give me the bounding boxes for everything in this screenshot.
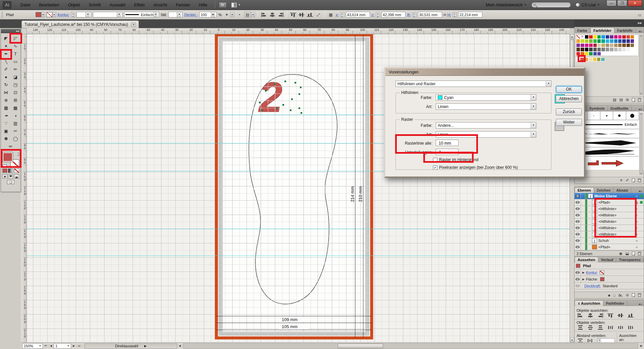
layer-name[interactable]: Schuh — [598, 239, 634, 243]
scroll-right-icon[interactable]: ▶ — [639, 343, 644, 349]
align-bottom-button[interactable] — [307, 12, 313, 18]
target-circle[interactable]: ○ — [634, 233, 639, 236]
swatch[interactable] — [580, 47, 584, 51]
swatch[interactable] — [614, 39, 618, 43]
y-label[interactable]: y: — [372, 13, 375, 17]
visibility-toggle[interactable] — [575, 238, 581, 244]
selection-tool[interactable]: ◤ — [1, 35, 11, 42]
draw-inside-button[interactable]: ◛ — [14, 174, 19, 179]
layer-row[interactable]: ∫ Schuh ○ — [575, 238, 644, 244]
free-distort-icon[interactable]: ⤢ — [315, 12, 322, 18]
scroll-thumb[interactable] — [338, 344, 383, 348]
stroke-weight-field[interactable]: ▼ — [76, 12, 91, 17]
menu-item[interactable]: Bearbeiten — [35, 0, 63, 10]
swatch[interactable] — [626, 39, 630, 43]
target-circle[interactable]: ○ — [634, 213, 639, 217]
menu-item[interactable]: Ansicht — [149, 0, 171, 10]
trash-icon[interactable] — [638, 98, 641, 102]
swatch[interactable] — [584, 57, 588, 61]
trash-icon[interactable] — [638, 293, 641, 297]
target-circle[interactable]: ○ — [634, 207, 639, 211]
target-circle[interactable]: ○ — [634, 239, 639, 243]
disclosure-icon[interactable]: ▶ — [582, 278, 585, 281]
rotate-tool[interactable]: ↻ — [1, 81, 11, 89]
trash-icon[interactable] — [638, 179, 641, 182]
swatch[interactable] — [589, 47, 593, 51]
swatch[interactable] — [601, 47, 605, 51]
select-similar-button[interactable]: ✶ — [223, 12, 230, 18]
tab-farbfelder[interactable]: Farbfelder — [590, 28, 614, 33]
swap-fill-stroke-icon[interactable]: ⤸ — [17, 152, 19, 156]
horizontal-scrollbar[interactable] — [183, 343, 638, 349]
brush-options-icon[interactable]: ✐ — [626, 178, 629, 183]
swatch[interactable] — [597, 52, 601, 56]
menu-item[interactable]: Schrift — [85, 0, 105, 10]
swatch[interactable] — [589, 52, 593, 56]
tab-symbole[interactable]: Symbole — [587, 106, 608, 111]
lock-toggle[interactable] — [581, 225, 585, 231]
swatch[interactable] — [593, 43, 597, 47]
menu-item[interactable]: Effekt — [129, 0, 149, 10]
brush-definition-select[interactable]: Einfach▼ — [124, 12, 159, 17]
grid-color-select[interactable]: Andere...▼ — [436, 122, 536, 129]
align-top-button[interactable] — [607, 313, 613, 318]
visibility-toggle[interactable] — [575, 231, 581, 237]
tab-absatz[interactable]: Absatz — [613, 188, 631, 193]
search-input[interactable] — [531, 2, 571, 8]
grid-in-back-checkbox[interactable] — [433, 158, 437, 162]
swatch[interactable] — [601, 43, 605, 47]
calligraphic-brush[interactable] — [613, 111, 626, 120]
tab-zeichen[interactable]: Zeichen — [594, 188, 614, 193]
swatch[interactable] — [576, 35, 580, 39]
tab-verlauf[interactable]: Verlauf — [598, 257, 616, 262]
lock-toggle[interactable] — [581, 206, 585, 212]
width-field[interactable]: 30,531 mm — [418, 12, 442, 17]
visibility-toggle[interactable] — [575, 212, 581, 218]
perspective-grid-tool[interactable]: ⊞ — [11, 96, 20, 104]
lock-toggle[interactable] — [581, 212, 585, 218]
panel-scrollbar[interactable]: ▲▼ — [639, 112, 643, 175]
visibility-toggle[interactable] — [575, 193, 581, 199]
swatch[interactable] — [576, 39, 580, 43]
swatch[interactable] — [605, 35, 609, 39]
panel-menu-icon[interactable]: ▾≡ — [639, 190, 644, 193]
menu-item[interactable]: Auswahl — [105, 0, 129, 10]
swatch[interactable] — [601, 39, 605, 43]
swatch[interactable] — [618, 47, 622, 51]
align-bottom-button[interactable] — [628, 313, 634, 318]
swatch[interactable] — [622, 39, 626, 43]
swatch[interactable] — [597, 57, 601, 61]
menu-item[interactable]: Datei — [16, 0, 35, 10]
tab-farbe[interactable]: Farbe — [575, 28, 590, 33]
swatch[interactable] — [580, 52, 584, 56]
tab-pathfinder[interactable]: Pathfinder — [603, 301, 627, 306]
swatch[interactable] — [597, 43, 601, 47]
x-stepper[interactable]: ▲▼ — [340, 12, 344, 17]
next-button[interactable]: Weiter — [556, 119, 582, 126]
symbol-sprayer-tool[interactable]: ∵ — [1, 119, 11, 127]
new-layer-icon[interactable] — [632, 252, 635, 255]
arrange-documents-button[interactable]: ▼ — [231, 3, 241, 7]
collapse-panel-button[interactable]: ◀◀ — [1, 29, 20, 33]
distribute-bottom-button[interactable] — [597, 325, 603, 330]
clipping-mask-icon[interactable]: ◉ — [619, 251, 623, 256]
swatch[interactable] — [585, 52, 589, 56]
swatch[interactable] — [618, 35, 622, 39]
drag-handle[interactable] — [1, 11, 3, 18]
distribute-top-button[interactable] — [577, 325, 583, 330]
calligraphic-brush[interactable] — [587, 111, 600, 120]
swatch[interactable] — [576, 57, 580, 61]
blob-brush-tool[interactable]: ● — [1, 73, 11, 81]
swatch[interactable] — [630, 39, 634, 43]
y-field[interactable]: 42,398 mm — [381, 12, 406, 17]
lock-toggle[interactable] — [581, 238, 585, 244]
distribute-center-button[interactable] — [618, 325, 624, 330]
swatch[interactable] — [597, 47, 601, 51]
align-right-button[interactable] — [277, 12, 284, 18]
none-mode-button[interactable] — [14, 168, 19, 173]
gradient-mode-button[interactable] — [8, 168, 13, 173]
swatch[interactable] — [614, 35, 618, 39]
visibility-toggle[interactable] — [575, 199, 581, 205]
slice-tool[interactable]: ✂ — [11, 127, 20, 135]
x-label[interactable]: x: — [336, 13, 339, 17]
